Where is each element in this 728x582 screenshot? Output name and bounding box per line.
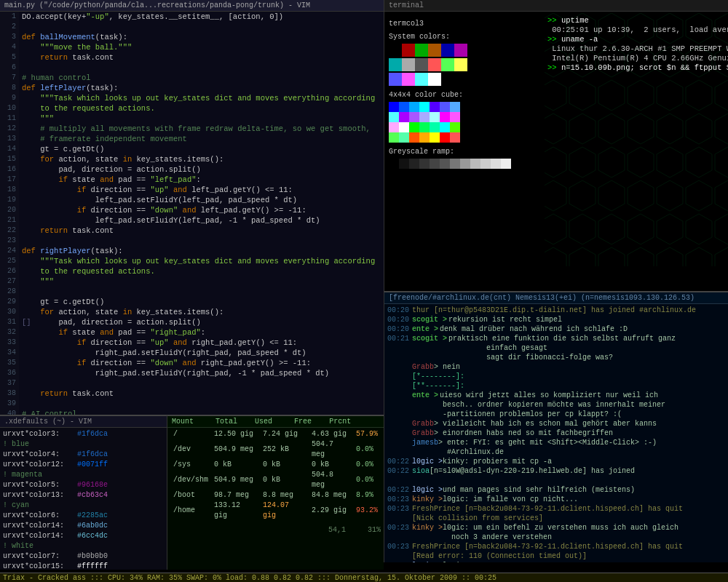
swatch-gray [402, 58, 415, 71]
hex-pattern-bg [545, 12, 728, 266]
cube-label: 4x4x4 color cube: [389, 90, 540, 100]
system-colors-row1 [389, 44, 540, 57]
swatch-darkyellow [428, 44, 441, 57]
irc-line: 00:22l0gic > und man pages sind sehr hil… [387, 485, 725, 495]
full-layout: main.py ("/code/python/panda/cla...recre… [0, 0, 728, 582]
mount-footer: 54,1 31% [170, 525, 381, 535]
terminal-top-panel: terminal termcol3 System colors: [384, 0, 728, 291]
grayscale-swatches [389, 159, 540, 169]
svg-rect-1 [545, 12, 728, 266]
irc-line: 00:22l0gic > kinky: probiers mit cp -a [387, 457, 725, 466]
swatch-cyan [415, 73, 428, 86]
irc-line: 00:23FreshPrince [n=back2u084-73-92-11.d… [387, 504, 725, 514]
status-bar: Triax - Cracked ass ::: CPU: 34% RAM: 35… [0, 573, 728, 582]
table-row: /dev504.9 meg252 kB504.7 meg0.0% [170, 439, 381, 460]
swatch-darkblue [441, 44, 454, 57]
vim-defaults-panel: .xdefaults (~) - VIM urxvt*color3: #1f6d… [0, 415, 167, 570]
line-numbers: 123 456 789 101112 131415 161718 192021 … [0, 12, 19, 415]
table-row: /boot98.7 meg8.8 meg84.8 meg8.9% [170, 490, 381, 501]
swatch-yellow [454, 58, 467, 71]
irc-line: [**-------]: [387, 381, 725, 391]
irc-line: Grabb > nein [387, 362, 725, 372]
irc-line: ente > uieso wird jetzt alles so kompliz… [387, 391, 725, 400]
irc-line: 00:23l0gic > l0gic: 80 [387, 561, 725, 562]
term-name-label: termcol3 [389, 19, 540, 29]
system-colors-label: System colors: [389, 32, 540, 42]
grayscale-label: Greyscale ramp: [389, 147, 540, 157]
table-row: /12.50 gig7.24 gig4.63 gig57.9% [170, 429, 381, 439]
irc-line: [Read error: 110 (Connection timed out)] [387, 551, 725, 561]
mount-title: Mount Total Used Free Prcnt [167, 416, 384, 428]
irc-line: 00:21scogit > praktisch eine funktion di… [387, 334, 725, 343]
mount-table: /12.50 gig7.24 gig4.63 gig57.9% /dev504.… [170, 429, 381, 521]
swatch-blue [389, 73, 402, 86]
irc-line: einfach gesagt [387, 343, 725, 353]
vim-title: main.py ("/code/python/panda/cla...recre… [0, 0, 384, 12]
terminal-commands-area[interactable]: >> uptime 00:25:01 up 10:39, 2 users, lo… [545, 12, 728, 291]
irc-line [387, 476, 725, 485]
swatch-darkmagenta [454, 44, 467, 57]
irc-line: 00:22sioa [n=sl0W@adsl-dyn-220-219.hellw… [387, 466, 725, 476]
irc-line: sagt dir fibonacci-folge was? [387, 353, 725, 362]
irc-line: 00:23FreshPrince [n=back2u084-73-92-11.d… [387, 542, 725, 551]
irc-content[interactable]: 00:20thur [n=thur@p5483D21E.dip.t-dialin… [384, 304, 728, 562]
irc-line: -partitionen problemlos per cp klappt? :… [387, 410, 725, 419]
irc-line: 00:20ente > denk mal drüber nach während… [387, 324, 725, 334]
swatch-green [441, 58, 454, 71]
swatch-darkgray [415, 58, 428, 71]
swatch-darkcyan [389, 58, 402, 71]
color-cube [389, 102, 469, 143]
irc-line: 00:23kinky > l0gic: um ein befehl zu ver… [387, 523, 725, 533]
vim-defaults-content[interactable]: urxvt*color3: #1f6dca ! blue urxvt*color… [0, 428, 167, 570]
irc-panel: [freenode/#archlinux.de(cnt) Nemesis13(+… [384, 291, 728, 562]
table-row: /sys0 kB0 kB0 kB0.0% [170, 460, 381, 470]
irc-line: Grabb > vielleicht hab ich es schon mal … [387, 419, 725, 428]
table-row: /home133.12 gig124.07 gig2.29 gig93.2% [170, 501, 381, 521]
system-colors-row3 [389, 73, 540, 86]
irc-line: besch.. ordner kopieren möchte was inner… [387, 400, 725, 410]
irc-line: #Archlinux.de [387, 447, 725, 457]
system-colors-row2 [389, 58, 540, 71]
irc-line: noch 3 andere verstehen [387, 533, 725, 542]
code-content[interactable]: DO.accept(key+"-up", key_states.__setite… [19, 12, 384, 415]
mount-content: /12.50 gig7.24 gig4.63 gig57.9% /dev504.… [167, 428, 384, 570]
swatch-black [389, 44, 402, 57]
vim-panel: main.py ("/code/python/panda/cla...recre… [0, 0, 384, 415]
irc-line: Grabb > einordnen habs ned so mit fachbe… [387, 428, 725, 438]
swatch-darkred [402, 44, 415, 57]
table-row: /dev/shm504.9 meg0 kB504.8 meg0.0% [170, 470, 381, 490]
terminal-top-title: terminal [384, 0, 728, 12]
irc-line: [*--------]: [387, 372, 725, 381]
irc-line: [Nick collision from services] [387, 514, 725, 523]
mount-panel: Mount Total Used Free Prcnt /12.50 gig7.… [167, 415, 384, 570]
irc-title: [freenode/#archlinux.de(cnt) Nemesis13(+… [384, 292, 728, 304]
irc-line: 00:20scogit > rekursion ist recht simpel [387, 315, 725, 324]
swatch-darkgreen [415, 44, 428, 57]
color-swatches-area: termcol3 System colors: [384, 12, 545, 291]
irc-line: 00:23kinky > l0gic: im falle von cp nich… [387, 495, 725, 504]
swatch-magenta [402, 73, 415, 86]
irc-line: jamesb > ente: FYI: es geht mit <Shift><… [387, 438, 725, 447]
swatch-red [428, 58, 441, 71]
status-text: Triax - Cracked ass ::: CPU: 34% RAM: 35… [3, 574, 496, 582]
vim-defaults-title: .xdefaults (~) - VIM [0, 416, 167, 428]
swatch-white [428, 73, 441, 86]
irc-line: 00:20thur [n=thur@p5483D21E.dip.t-dialin… [387, 306, 725, 315]
